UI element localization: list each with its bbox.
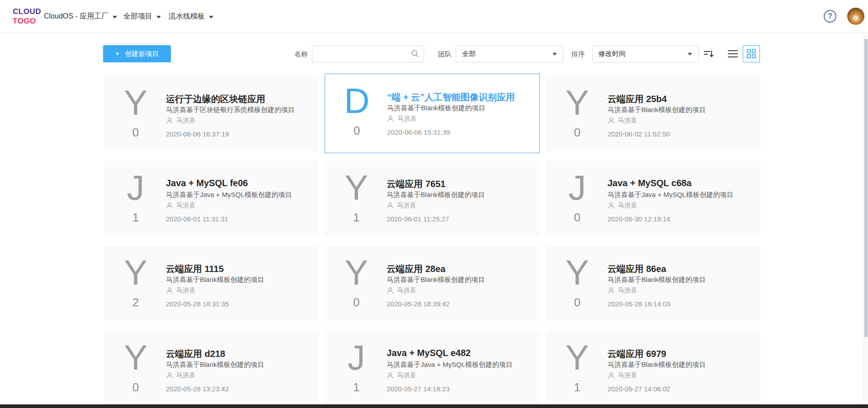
person-icon: [166, 372, 173, 379]
person-icon: [608, 117, 615, 124]
project-card[interactable]: D 0 “端 + 云”人工智能图像识别应用 马洪喜基于Blank模板创建的项目 …: [325, 74, 539, 153]
plus-icon: +: [115, 49, 120, 58]
nav-item-label: 全部项目: [123, 12, 152, 21]
project-timestamp: 2020-06-01 11:31:31: [166, 215, 228, 223]
project-member-name: 马洪喜: [618, 202, 637, 210]
project-card[interactable]: Y 1 云端应用 7651 马洪喜基于Blank模板创建的项目 马洪喜 2020…: [325, 161, 539, 236]
person-icon: [166, 117, 173, 124]
project-title[interactable]: Java + MySQL fe06: [166, 178, 248, 188]
scrollbar-thumb[interactable]: [864, 39, 868, 337]
project-card[interactable]: Y 0 云端应用 86ea 马洪喜基于Blank模板创建的项目 马洪喜 2020…: [546, 246, 760, 321]
project-member: 马洪喜: [166, 286, 195, 295]
project-timestamp: 2020-05-28 16:14:03: [608, 300, 670, 308]
project-title[interactable]: 云端应用 28ea: [387, 263, 445, 275]
project-member-name: 马洪喜: [618, 371, 637, 380]
brand-logo-line1: CLOUD: [13, 7, 41, 16]
project-member-name: 马洪喜: [397, 371, 416, 380]
vertical-scrollbar[interactable]: [863, 33, 868, 408]
project-count: 1: [325, 380, 388, 394]
chevron-down-icon: [156, 16, 161, 19]
project-count: 0: [104, 126, 167, 140]
team-filter-label: 团队: [438, 50, 452, 59]
list-view-button[interactable]: [724, 45, 741, 62]
sort-descending-icon: [703, 48, 714, 60]
project-count: 1: [546, 380, 609, 394]
project-grid-cell: Y 2 云端应用 1115 马洪喜基于Blank模板创建的项目 马洪喜 2020…: [104, 246, 319, 321]
chevron-down-icon: [688, 53, 692, 56]
project-card[interactable]: Y 0 云端应用 d218 马洪喜基于Blank模板创建的项目 马洪喜 2020…: [104, 331, 319, 406]
create-project-button[interactable]: + 创建新项目: [103, 45, 171, 62]
project-title[interactable]: 云端应用 d218: [166, 348, 225, 360]
project-avatar-letter: J: [546, 168, 609, 207]
project-card[interactable]: Y 0 云端应用 25b4 马洪喜基于Blank模板创建的项目 马洪喜 2020…: [546, 76, 760, 151]
project-avatar-letter: Y: [104, 253, 167, 292]
person-icon: [608, 287, 615, 294]
project-card[interactable]: Y 1 云端应用 6979 马洪喜基于Blank模板创建的项目 马洪喜 2020…: [546, 331, 760, 406]
project-description: 马洪喜基于Blank模板创建的项目: [608, 106, 706, 114]
project-title[interactable]: 云端应用 1115: [166, 263, 224, 275]
project-title[interactable]: 云端应用 86ea: [608, 263, 666, 275]
project-card[interactable]: Y 2 云端应用 1115 马洪喜基于Blank模板创建的项目 马洪喜 2020…: [104, 246, 319, 321]
project-title[interactable]: Java + MySQL c68a: [608, 178, 692, 188]
brand-logo-line2: TOGO: [13, 16, 41, 26]
team-select[interactable]: 全部: [456, 45, 563, 62]
project-timestamp: 2020-06-06 15:31:39: [387, 128, 450, 136]
project-title[interactable]: 云端应用 25b4: [608, 93, 667, 105]
brand-logo[interactable]: CLOUD TOGO: [13, 7, 41, 26]
project-description: 马洪喜基于Java + MySQL模板创建的项目: [387, 361, 513, 369]
project-avatar-letter: Y: [104, 83, 167, 122]
person-icon: [387, 287, 394, 294]
project-member: 马洪喜: [387, 115, 416, 123]
project-timestamp: 2020-06-01 11:25:27: [387, 215, 449, 223]
project-member: 马洪喜: [166, 371, 195, 380]
project-member-name: 马洪喜: [176, 286, 195, 295]
person-icon: [608, 202, 615, 209]
person-icon: [166, 202, 173, 209]
project-member: 马洪喜: [387, 202, 416, 210]
project-member: 马洪喜: [608, 286, 637, 295]
project-card[interactable]: J 0 Java + MySQL c68a 马洪喜基于Java + MySQL模…: [546, 161, 760, 236]
help-icon[interactable]: ?: [824, 10, 836, 23]
person-icon: [387, 115, 394, 122]
project-member: 马洪喜: [166, 117, 195, 125]
project-card[interactable]: J 1 Java + MySQL e482 马洪喜基于Java + MySQL模…: [325, 331, 539, 406]
project-title[interactable]: 运行于边缘的区块链应用: [166, 93, 265, 105]
project-title[interactable]: Java + MySQL e482: [387, 348, 471, 358]
project-member-name: 马洪喜: [176, 371, 195, 380]
sort-direction-button[interactable]: [700, 45, 717, 62]
grid-view-icon: [746, 49, 756, 59]
sort-select-value: 修改时间: [599, 50, 626, 58]
project-member: 马洪喜: [608, 117, 637, 125]
project-grid-cell: J 1 Java + MySQL e482 马洪喜基于Java + MySQL模…: [325, 331, 539, 406]
project-card[interactable]: Y 0 运行于边缘的区块链应用 马洪喜基于区块链银行系统模板创建的项目 马洪喜 …: [104, 76, 319, 151]
top-bar: CLOUD TOGO CloudOS - 应用工厂 全部项目 流水线模板 ?: [0, 0, 868, 33]
grid-view-button[interactable]: [743, 45, 760, 62]
nav-item-cloudos-app-factory[interactable]: CloudOS - 应用工厂: [44, 0, 117, 33]
project-avatar-letter: Y: [546, 83, 609, 122]
nav-item-all-projects[interactable]: 全部项目: [123, 0, 161, 33]
project-timestamp: 2020-05-30 12:19:14: [608, 215, 670, 223]
project-title[interactable]: 云端应用 7651: [387, 178, 445, 190]
project-grid-cell: J 0 Java + MySQL c68a 马洪喜基于Java + MySQL模…: [546, 161, 760, 236]
nav-item-pipeline-templates[interactable]: 流水线模板: [169, 0, 213, 33]
project-member-name: 马洪喜: [176, 117, 195, 125]
project-member-name: 马洪喜: [176, 202, 195, 210]
name-search-input[interactable]: [312, 46, 424, 62]
sort-select[interactable]: 修改时间: [592, 45, 698, 62]
team-select-value: 全部: [462, 50, 476, 58]
project-card[interactable]: Y 0 云端应用 28ea 马洪喜基于Blank模板创建的项目 马洪喜 2020…: [325, 246, 539, 321]
project-count: 0: [546, 126, 609, 140]
project-title[interactable]: 云端应用 6979: [608, 348, 666, 360]
project-description: 马洪喜基于Java + MySQL模板创建的项目: [608, 191, 734, 199]
search-icon[interactable]: [411, 50, 419, 58]
chevron-down-icon: [552, 53, 557, 56]
create-project-label: 创建新项目: [125, 50, 159, 58]
project-title[interactable]: “端 + 云”人工智能图像识别应用: [387, 91, 515, 103]
project-count: 2: [104, 295, 167, 310]
user-avatar[interactable]: [847, 8, 864, 25]
bottom-edge-bar: [0, 404, 868, 408]
project-member-name: 马洪喜: [397, 202, 416, 210]
project-grid-cell: J 1 Java + MySQL fe06 马洪喜基于Java + MySQL模…: [104, 161, 319, 236]
project-grid: Y 0 运行于边缘的区块链应用 马洪喜基于区块链银行系统模板创建的项目 马洪喜 …: [104, 76, 760, 406]
project-card[interactable]: J 1 Java + MySQL fe06 马洪喜基于Java + MySQL模…: [104, 161, 319, 236]
